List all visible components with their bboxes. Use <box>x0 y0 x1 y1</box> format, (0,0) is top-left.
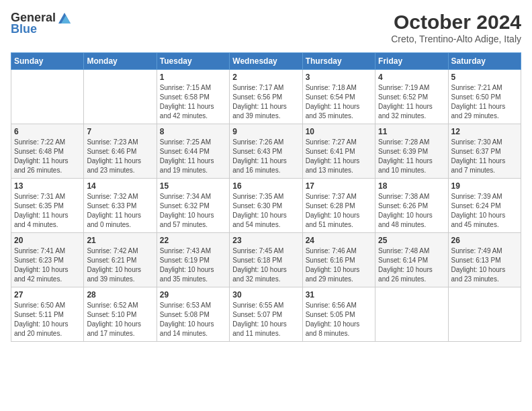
day-info: Sunrise: 7:27 AM Sunset: 6:41 PM Dayligh… <box>306 138 372 175</box>
day-number: 1 <box>160 73 226 82</box>
calendar-cell: 4Sunrise: 7:19 AM Sunset: 6:52 PM Daylig… <box>375 70 448 124</box>
calendar-cell <box>11 70 84 124</box>
day-info: Sunrise: 6:50 AM Sunset: 5:11 PM Dayligh… <box>14 301 81 338</box>
day-number: 17 <box>306 181 372 191</box>
day-info: Sunrise: 7:35 AM Sunset: 6:30 PM Dayligh… <box>232 192 299 230</box>
calendar-cell: 27Sunrise: 6:50 AM Sunset: 5:11 PM Dayli… <box>11 287 84 342</box>
calendar-week-row: 6Sunrise: 7:22 AM Sunset: 6:48 PM Daylig… <box>11 124 521 179</box>
day-number: 31 <box>306 290 372 300</box>
page-header: General Blue October 2024 Creto, Trentin… <box>11 11 521 44</box>
day-info: Sunrise: 6:56 AM Sunset: 5:05 PM Dayligh… <box>306 301 372 338</box>
day-number: 8 <box>160 127 226 136</box>
calendar-cell <box>84 70 157 124</box>
calendar-cell: 3Sunrise: 7:18 AM Sunset: 6:54 PM Daylig… <box>302 70 375 124</box>
logo: General Blue <box>11 11 72 36</box>
day-number: 5 <box>451 73 518 82</box>
calendar-cell: 31Sunrise: 6:56 AM Sunset: 5:05 PM Dayli… <box>302 287 375 342</box>
day-number: 23 <box>232 236 299 245</box>
day-info: Sunrise: 7:43 AM Sunset: 6:19 PM Dayligh… <box>160 246 226 284</box>
day-info: Sunrise: 7:49 AM Sunset: 6:13 PM Dayligh… <box>451 246 518 284</box>
day-info: Sunrise: 7:37 AM Sunset: 6:28 PM Dayligh… <box>306 192 372 230</box>
calendar-cell: 28Sunrise: 6:52 AM Sunset: 5:10 PM Dayli… <box>84 287 157 342</box>
calendar-cell: 18Sunrise: 7:38 AM Sunset: 6:26 PM Dayli… <box>375 179 448 233</box>
day-number: 2 <box>232 73 299 82</box>
calendar-week-row: 13Sunrise: 7:31 AM Sunset: 6:35 PM Dayli… <box>11 179 521 233</box>
day-of-week-header: Monday <box>84 53 157 70</box>
calendar-cell: 5Sunrise: 7:21 AM Sunset: 6:50 PM Daylig… <box>448 70 521 124</box>
day-number: 28 <box>87 290 153 300</box>
day-info: Sunrise: 6:52 AM Sunset: 5:10 PM Dayligh… <box>87 301 153 338</box>
day-info: Sunrise: 7:41 AM Sunset: 6:23 PM Dayligh… <box>14 246 81 284</box>
day-info: Sunrise: 7:32 AM Sunset: 6:33 PM Dayligh… <box>87 192 153 230</box>
title-block: October 2024 Creto, Trentino-Alto Adige,… <box>391 11 521 44</box>
day-info: Sunrise: 7:17 AM Sunset: 6:56 PM Dayligh… <box>232 83 299 121</box>
day-info: Sunrise: 7:42 AM Sunset: 6:21 PM Dayligh… <box>87 246 153 284</box>
calendar-cell: 14Sunrise: 7:32 AM Sunset: 6:33 PM Dayli… <box>84 179 157 233</box>
day-info: Sunrise: 7:46 AM Sunset: 6:16 PM Dayligh… <box>306 246 372 284</box>
day-number: 21 <box>87 236 153 245</box>
calendar-cell: 13Sunrise: 7:31 AM Sunset: 6:35 PM Dayli… <box>11 179 84 233</box>
day-info: Sunrise: 7:21 AM Sunset: 6:50 PM Dayligh… <box>451 83 518 121</box>
logo-blue: Blue <box>11 22 37 36</box>
calendar-cell: 10Sunrise: 7:27 AM Sunset: 6:41 PM Dayli… <box>302 124 375 179</box>
calendar-cell: 12Sunrise: 7:30 AM Sunset: 6:37 PM Dayli… <box>448 124 521 179</box>
day-number: 26 <box>451 236 518 245</box>
day-number: 16 <box>232 181 299 191</box>
calendar-cell: 11Sunrise: 7:28 AM Sunset: 6:39 PM Dayli… <box>375 124 448 179</box>
day-of-week-header: Friday <box>375 53 448 70</box>
day-number: 27 <box>14 290 81 300</box>
day-number: 4 <box>378 73 445 82</box>
day-number: 30 <box>232 290 299 300</box>
calendar-cell: 6Sunrise: 7:22 AM Sunset: 6:48 PM Daylig… <box>11 124 84 179</box>
day-number: 9 <box>232 127 299 136</box>
calendar-cell: 21Sunrise: 7:42 AM Sunset: 6:21 PM Dayli… <box>84 233 157 287</box>
day-number: 25 <box>378 236 445 245</box>
day-info: Sunrise: 7:22 AM Sunset: 6:48 PM Dayligh… <box>14 138 81 175</box>
calendar-cell: 17Sunrise: 7:37 AM Sunset: 6:28 PM Dayli… <box>302 179 375 233</box>
day-number: 24 <box>306 236 372 245</box>
day-number: 10 <box>306 127 372 136</box>
day-number: 18 <box>378 181 445 191</box>
calendar-cell: 20Sunrise: 7:41 AM Sunset: 6:23 PM Dayli… <box>11 233 84 287</box>
calendar-cell: 26Sunrise: 7:49 AM Sunset: 6:13 PM Dayli… <box>448 233 521 287</box>
day-number: 6 <box>14 127 81 136</box>
day-of-week-header: Saturday <box>448 53 521 70</box>
day-number: 7 <box>87 127 153 136</box>
day-number: 11 <box>378 127 445 136</box>
calendar-cell: 1Sunrise: 7:15 AM Sunset: 6:58 PM Daylig… <box>157 70 229 124</box>
day-of-week-header: Wednesday <box>230 53 302 70</box>
day-number: 19 <box>451 181 518 191</box>
calendar-table: SundayMondayTuesdayWednesdayThursdayFrid… <box>11 52 521 342</box>
day-info: Sunrise: 7:15 AM Sunset: 6:58 PM Dayligh… <box>160 83 226 121</box>
location: Creto, Trentino-Alto Adige, Italy <box>391 34 521 44</box>
day-info: Sunrise: 7:19 AM Sunset: 6:52 PM Dayligh… <box>378 83 445 121</box>
month-title: October 2024 <box>391 11 521 34</box>
day-of-week-header: Sunday <box>11 53 84 70</box>
day-info: Sunrise: 7:26 AM Sunset: 6:43 PM Dayligh… <box>232 138 299 175</box>
calendar-cell: 19Sunrise: 7:39 AM Sunset: 6:24 PM Dayli… <box>448 179 521 233</box>
day-of-week-header: Thursday <box>302 53 375 70</box>
calendar-cell: 7Sunrise: 7:23 AM Sunset: 6:46 PM Daylig… <box>84 124 157 179</box>
calendar-cell: 16Sunrise: 7:35 AM Sunset: 6:30 PM Dayli… <box>230 179 302 233</box>
day-number: 13 <box>14 181 81 191</box>
day-info: Sunrise: 6:55 AM Sunset: 5:07 PM Dayligh… <box>232 301 299 338</box>
calendar-cell: 25Sunrise: 7:48 AM Sunset: 6:14 PM Dayli… <box>375 233 448 287</box>
day-info: Sunrise: 7:48 AM Sunset: 6:14 PM Dayligh… <box>378 246 445 284</box>
day-info: Sunrise: 7:23 AM Sunset: 6:46 PM Dayligh… <box>87 138 153 175</box>
calendar-week-row: 27Sunrise: 6:50 AM Sunset: 5:11 PM Dayli… <box>11 287 521 342</box>
calendar-week-row: 20Sunrise: 7:41 AM Sunset: 6:23 PM Dayli… <box>11 233 521 287</box>
logo-icon <box>58 13 71 24</box>
calendar-cell: 9Sunrise: 7:26 AM Sunset: 6:43 PM Daylig… <box>230 124 302 179</box>
day-number: 22 <box>160 236 226 245</box>
day-info: Sunrise: 7:45 AM Sunset: 6:18 PM Dayligh… <box>232 246 299 284</box>
day-info: Sunrise: 7:28 AM Sunset: 6:39 PM Dayligh… <box>378 138 445 175</box>
calendar-cell <box>375 287 448 342</box>
day-info: Sunrise: 7:30 AM Sunset: 6:37 PM Dayligh… <box>451 138 518 175</box>
day-of-week-header: Tuesday <box>157 53 229 70</box>
calendar-cell: 29Sunrise: 6:53 AM Sunset: 5:08 PM Dayli… <box>157 287 229 342</box>
calendar-cell: 2Sunrise: 7:17 AM Sunset: 6:56 PM Daylig… <box>230 70 302 124</box>
day-info: Sunrise: 6:53 AM Sunset: 5:08 PM Dayligh… <box>160 301 226 338</box>
day-number: 29 <box>160 290 226 300</box>
day-number: 12 <box>451 127 518 136</box>
calendar-cell: 8Sunrise: 7:25 AM Sunset: 6:44 PM Daylig… <box>157 124 229 179</box>
